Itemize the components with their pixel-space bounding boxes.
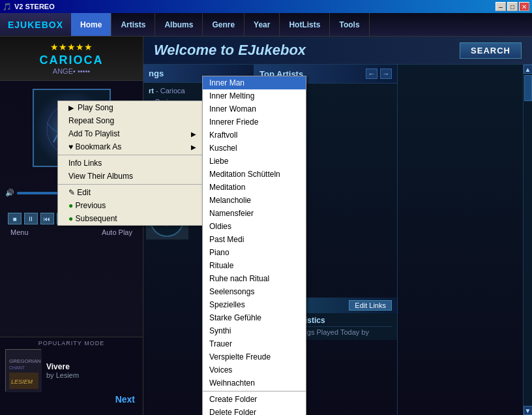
- svg-text:GREGORIAN: GREGORIAN: [9, 358, 41, 364]
- rating-stars: ★★★★★: [5, 42, 138, 52]
- artist-name: CARIOCA: [5, 54, 138, 67]
- tab-artists[interactable]: Artists: [111, 13, 155, 36]
- submenu-verspielte-freude[interactable]: Verspielte Freude: [203, 350, 306, 363]
- app-logo: EJUKEBOX: [0, 13, 71, 36]
- menu-divider2: [58, 184, 207, 185]
- scroll-track: [524, 74, 533, 406]
- prev-arrow[interactable]: ←: [366, 69, 377, 79]
- tab-albums[interactable]: Albums: [155, 13, 203, 36]
- welcome-bar: Welcome to EJukebox SEARCH: [143, 37, 532, 65]
- tab-tools[interactable]: Tools: [330, 13, 369, 36]
- scroll-up-button[interactable]: ▲: [524, 65, 533, 74]
- submenu-rituale[interactable]: Rituale: [203, 259, 306, 272]
- edit-icon: ✎: [68, 188, 75, 197]
- submenu-inner-melting[interactable]: Inner Melting: [203, 89, 306, 102]
- maximize-button[interactable]: □: [507, 2, 518, 11]
- submenu-namensfeier[interactable]: Namensfeier: [203, 207, 306, 220]
- ctx-subsequent[interactable]: ● Subsequent: [58, 212, 207, 225]
- bookmark-submenu: Inner Man Inner Melting Inner Woman Inne…: [202, 76, 306, 415]
- submenu-starke-gefuhle[interactable]: Starke Gefühle: [203, 311, 306, 324]
- ctx-repeat-song[interactable]: Repeat Song: [58, 114, 207, 127]
- submenu-past-medi[interactable]: Past Medi: [203, 233, 306, 246]
- submenu-meditation[interactable]: Meditation: [203, 181, 306, 194]
- submenu-arrow: ▶: [191, 131, 196, 138]
- submenu-melancholie[interactable]: Melancholie: [203, 194, 306, 207]
- menu-label[interactable]: Menu: [10, 228, 29, 236]
- submenu-inner-woman[interactable]: Inner Woman: [203, 102, 306, 115]
- tab-hotlists[interactable]: HotLists: [280, 13, 330, 36]
- submenu-arrow2: ▶: [191, 144, 196, 151]
- minimize-button[interactable]: –: [495, 2, 506, 11]
- search-button[interactable]: SEARCH: [460, 42, 522, 59]
- next-label: Next: [3, 394, 140, 405]
- nav-arrows: ← →: [366, 69, 392, 79]
- submenu-piano[interactable]: Piano: [203, 246, 306, 259]
- ctx-add-to-playlist[interactable]: Add To Playlist ▶: [58, 127, 207, 140]
- prev-button[interactable]: ⏮: [40, 213, 54, 224]
- next-album-art: GREGORIAN CHANT LESIEM: [5, 349, 41, 392]
- close-button[interactable]: ✕: [519, 2, 529, 11]
- submenu-delete-folder[interactable]: Delete Folder: [203, 406, 306, 415]
- pause-button[interactable]: ⏸: [24, 213, 38, 224]
- next-song-by: by Lesiem: [46, 371, 138, 379]
- autoplay-label[interactable]: Auto Play: [102, 228, 132, 236]
- svg-text:CHANT: CHANT: [9, 365, 25, 370]
- ctx-view-albums[interactable]: View Their Albums: [58, 170, 207, 183]
- submenu-voices[interactable]: Voices: [203, 363, 306, 377]
- submenu-meditation-schutteln[interactable]: Meditation Schütteln: [203, 168, 306, 181]
- submenu-ruhe-nach-ritual[interactable]: Ruhe nach Ritual: [203, 272, 306, 285]
- tab-year[interactable]: Year: [244, 13, 280, 36]
- submenu-create-folder[interactable]: Create Folder: [203, 393, 306, 406]
- welcome-text: Welcome to EJukebox: [154, 42, 306, 59]
- heart-icon: ♥: [68, 142, 73, 151]
- tab-home[interactable]: Home: [71, 13, 111, 36]
- context-menu: ▶Play Song Repeat Song Add To Playlist ▶…: [57, 100, 207, 226]
- submenu-synthi[interactable]: Synthi: [203, 324, 306, 337]
- submenu-seelensongs[interactable]: Seelensongs: [203, 285, 306, 298]
- songs-title: ngs: [149, 69, 164, 78]
- next-arrow[interactable]: →: [380, 69, 392, 79]
- next-green-icon: ●: [68, 214, 73, 223]
- ctx-edit[interactable]: ✎ Edit: [58, 186, 207, 199]
- next-track-section: POPULARITY MODE GREGORIAN CHANT LESIEM: [0, 337, 143, 415]
- popularity-label: POPULARITY MODE: [3, 340, 140, 346]
- submenu-trauer[interactable]: Trauer: [203, 337, 306, 350]
- artist-subtitle: ANGE• •••••: [5, 67, 138, 75]
- tab-genre[interactable]: Genre: [203, 13, 244, 36]
- submenu-innerer-friede[interactable]: Innerer Friede: [203, 115, 306, 129]
- prev-green-icon: ●: [68, 201, 73, 210]
- stop-button[interactable]: ■: [8, 213, 22, 224]
- window-title: V2 STEREO: [14, 3, 55, 10]
- svg-text:LESIEM: LESIEM: [11, 378, 33, 385]
- left-panel: ★★★★★ CARIOCA ANGE• •••••: [0, 37, 143, 415]
- submenu-weihnachten[interactable]: Weihnachten: [203, 377, 306, 390]
- submenu-oldies[interactable]: Oldies: [203, 220, 306, 233]
- right-scrollbar[interactable]: ▲ ▼: [523, 65, 532, 415]
- play-icon: ▶: [68, 104, 74, 112]
- submenu-divider: [203, 391, 306, 392]
- submenu-kuschel[interactable]: Kuschel: [203, 142, 306, 155]
- menu-autoplay-bar: Menu Auto Play: [5, 227, 138, 238]
- next-song-title: Vivere: [46, 362, 138, 371]
- submenu-spezielles[interactable]: Spezielles: [203, 298, 306, 311]
- edit-links-button[interactable]: Edit Links: [349, 300, 392, 311]
- submenu-inner-man[interactable]: Inner Man: [203, 76, 306, 89]
- menu-divider1: [58, 155, 207, 155]
- submenu-liebe[interactable]: Liebe: [203, 155, 306, 168]
- ctx-play-song[interactable]: ▶Play Song: [58, 101, 207, 114]
- submenu-kraftvoll[interactable]: Kraftvoll: [203, 129, 306, 142]
- artist-section: ★★★★★ CARIOCA ANGE• •••••: [0, 37, 143, 81]
- nav-bar: EJUKEBOX Home Artists Albums Genre Year …: [0, 13, 532, 37]
- scroll-down-button[interactable]: ▼: [524, 406, 533, 415]
- ctx-previous[interactable]: ● Previous: [58, 199, 207, 212]
- app-icon: 🎵: [3, 3, 12, 11]
- ctx-bookmark-as[interactable]: ♥ Bookmark As ▶: [58, 140, 207, 153]
- title-bar: 🎵 V2 STEREO – □ ✕: [0, 0, 532, 13]
- ctx-info-links[interactable]: Info Links: [58, 157, 207, 170]
